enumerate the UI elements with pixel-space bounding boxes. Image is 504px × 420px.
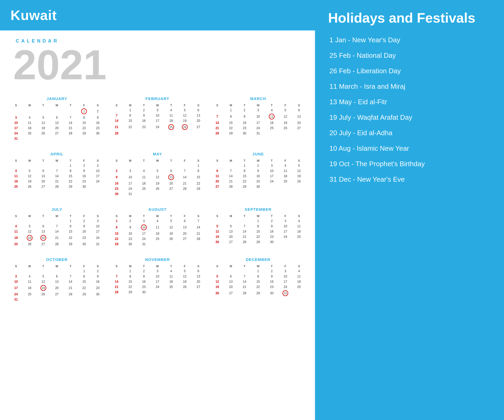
calendar-day: 2 bbox=[137, 108, 151, 113]
calendar-day: 22 bbox=[77, 284, 91, 292]
calendar-day: 7 bbox=[224, 168, 238, 174]
calendar-day: 16 bbox=[77, 174, 91, 179]
calendar-day bbox=[151, 290, 164, 295]
calendar-day: 14 bbox=[238, 279, 251, 284]
month-title: NOVEMBER bbox=[110, 257, 205, 262]
calendar-day: 16 bbox=[91, 120, 104, 125]
calendar-day: 20 bbox=[192, 118, 205, 123]
calendar-day: 3 bbox=[91, 163, 104, 168]
calendar-day: 9 bbox=[265, 224, 279, 229]
country-title: Kuwait bbox=[10, 7, 304, 23]
calendar-day: 7 bbox=[192, 218, 205, 224]
calendar-day bbox=[50, 218, 64, 224]
calendar-day: 12 bbox=[279, 113, 292, 120]
calendar-day: 27 bbox=[192, 284, 205, 290]
calendar-day bbox=[292, 239, 306, 245]
calendar-day: 3 bbox=[251, 108, 265, 113]
calendar-day bbox=[91, 184, 104, 189]
calendar-day: 2 bbox=[77, 218, 91, 224]
calendar-day: 17 bbox=[137, 231, 151, 236]
calendar-day: 6 bbox=[192, 108, 205, 113]
calendar-day: 2 bbox=[77, 163, 91, 168]
calendar-day: 16 bbox=[137, 118, 151, 123]
calendar-day: 30 bbox=[91, 131, 104, 136]
calendar-day: 11 bbox=[9, 174, 23, 179]
calendar-day: 5 bbox=[151, 168, 164, 174]
calendar-day: 8 bbox=[77, 115, 91, 120]
calendar-day: 7 bbox=[238, 224, 251, 229]
calendar-day: 4 bbox=[292, 218, 306, 224]
calendar-day: 17 bbox=[151, 279, 164, 284]
calendar-day: 30 bbox=[238, 131, 251, 136]
calendar-day: 22 bbox=[110, 236, 123, 242]
calendar-day: 26 bbox=[23, 184, 36, 189]
calendar-day: 18 bbox=[23, 284, 36, 292]
calendar-day: 9 bbox=[137, 274, 151, 279]
calendar-day: 19 bbox=[164, 231, 178, 236]
holiday-item: 26 Feb - Liberation Day bbox=[328, 67, 491, 75]
calendar-day bbox=[36, 163, 50, 168]
holiday-item: 10 Aug - Islamic New Year bbox=[328, 144, 491, 153]
calendar-day: 14 bbox=[110, 118, 123, 123]
calendar-day: 5 bbox=[178, 269, 192, 274]
calendar-day: 18 bbox=[265, 120, 279, 125]
calendar-day: 13 bbox=[224, 279, 238, 284]
calendar-day: 27 bbox=[224, 290, 238, 297]
calendar-day: 13 bbox=[292, 113, 306, 120]
calendar-day: 1 bbox=[123, 108, 137, 113]
calendar-day: 17 bbox=[91, 174, 104, 179]
calendar-day bbox=[110, 108, 123, 113]
calendar-day: 15 bbox=[123, 118, 137, 123]
calendar-day: 21 bbox=[50, 234, 64, 242]
calendar-day: 2 bbox=[265, 269, 279, 274]
calendar-day: 31 bbox=[9, 136, 23, 141]
calendar-day bbox=[151, 191, 164, 197]
calendar-day: 26 bbox=[279, 125, 292, 131]
calendar-day: 12 bbox=[36, 120, 50, 125]
calendar-day: 9 bbox=[77, 224, 91, 229]
calendar-day: 30 bbox=[251, 184, 265, 189]
calendar-day: 21 bbox=[178, 181, 192, 186]
calendar-day: 15 bbox=[110, 231, 123, 236]
calendar-day: 20 bbox=[36, 234, 50, 242]
calendar-day: 14 bbox=[192, 224, 205, 231]
calendar-day: 13 bbox=[50, 120, 64, 125]
calendar-day: 2 bbox=[251, 163, 265, 168]
month-title: SEPTEMBER bbox=[211, 207, 306, 212]
month-title: JULY bbox=[9, 207, 104, 212]
calendar-day: 7 bbox=[64, 274, 77, 279]
calendar-day: 16 bbox=[251, 174, 265, 179]
holiday-item: 25 Feb - National Day bbox=[328, 51, 491, 60]
calendar-day: 26 bbox=[36, 292, 50, 297]
calendar-day: 15 bbox=[64, 174, 77, 179]
calendar-day: 18 bbox=[9, 179, 23, 184]
calendar-day bbox=[50, 269, 64, 274]
month-table: SMTWTFS123456789101112131415161718192021… bbox=[211, 158, 306, 189]
month-block: MARCHSMTWTFS1234567891011121314151617181… bbox=[209, 94, 307, 144]
calendar-day: 23 bbox=[123, 236, 137, 242]
calendar-day: 10 bbox=[151, 113, 164, 118]
month-block: SEPTEMBERSMTWTFS123456789101112131415161… bbox=[209, 204, 307, 249]
calendar-day bbox=[23, 269, 36, 274]
calendar-day: 26 bbox=[178, 123, 192, 131]
calendar-day bbox=[36, 218, 50, 224]
calendar-day: 25 bbox=[164, 123, 178, 131]
calendar-day: 23 bbox=[137, 284, 151, 290]
calendar-day: 1 bbox=[77, 269, 91, 274]
calendar-day: 8 bbox=[110, 224, 123, 231]
calendar-day: 8 bbox=[251, 224, 265, 229]
calendar-day: 26 bbox=[36, 131, 50, 136]
calendar-day: 4 bbox=[164, 108, 178, 113]
calendar-day: 6 bbox=[36, 224, 50, 229]
calendar-day: 20 bbox=[224, 234, 238, 239]
calendar-day: 29 bbox=[238, 184, 251, 189]
calendar-day: 6 bbox=[50, 115, 64, 120]
calendar-day: 27 bbox=[164, 186, 178, 191]
calendar-day bbox=[279, 184, 292, 189]
calendar-day: 12 bbox=[178, 113, 192, 118]
calendar-day: 5 bbox=[178, 108, 192, 113]
calendar-day: 7 bbox=[178, 168, 192, 174]
calendar-day: 20 bbox=[50, 284, 64, 292]
calendar-day: 2 bbox=[238, 108, 251, 113]
calendar-day: 1 bbox=[238, 163, 251, 168]
